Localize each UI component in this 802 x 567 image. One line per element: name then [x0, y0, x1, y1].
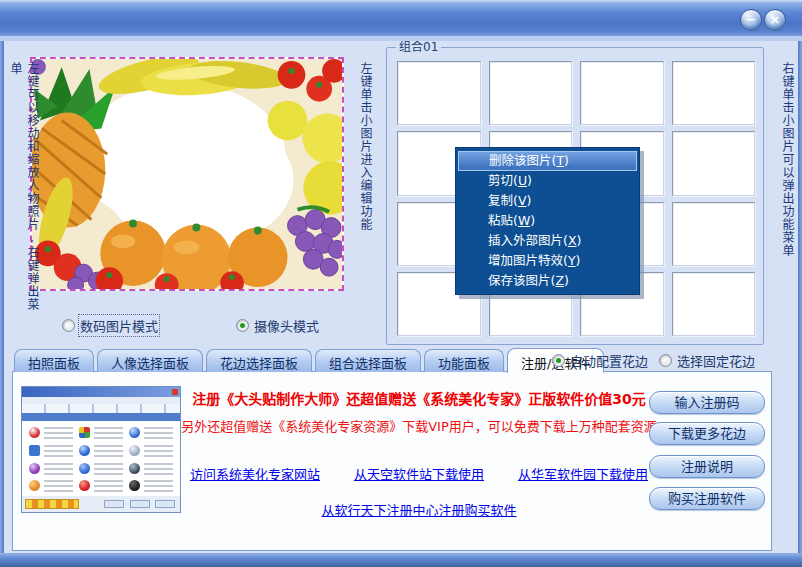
preview-button: [155, 500, 175, 508]
menu-item-insert-external-image[interactable]: 插入外部图片(X): [458, 231, 637, 251]
preview-icon-grid: [22, 421, 180, 496]
preview-ad-banner: [25, 499, 79, 509]
preview-menubar: [22, 397, 180, 404]
combo-cell[interactable]: [672, 202, 756, 266]
preview-button: [130, 500, 150, 508]
software-preview-thumbnail: [21, 386, 181, 513]
preview-icon: [77, 460, 125, 476]
camera-mode-label: 摄像头模式: [254, 316, 319, 335]
preview-button: [104, 500, 124, 508]
close-button[interactable]: ×: [764, 9, 786, 31]
enter-register-code-button[interactable]: 输入注册码: [649, 391, 765, 414]
camera-mode-radio[interactable]: 摄像头模式: [236, 316, 319, 335]
radio-selected-icon: [236, 319, 249, 332]
window-frame-left: [0, 36, 4, 567]
tab-photo-panel[interactable]: 拍照面板: [14, 349, 94, 372]
auto-border-label: 自动配置花边: [570, 351, 648, 370]
photo-hint-text: 左键可以移动和缩放人物照片,右键弹出菜单: [7, 62, 41, 314]
preview-footer: [22, 496, 180, 512]
link-register-purchase-center[interactable]: 从软行天下注册中心注册购买软件: [321, 503, 516, 518]
register-instructions-button[interactable]: 注册说明: [649, 455, 765, 478]
purchase-link-row: 从软行天下注册中心注册购买软件: [179, 500, 659, 519]
preview-banner: [22, 413, 180, 421]
radio-icon: [659, 354, 672, 367]
window-frame-right: [798, 36, 802, 567]
combo-cell[interactable]: [672, 131, 756, 195]
tab-combo-select-panel[interactable]: 组合选择面板: [315, 349, 421, 372]
radio-icon: [62, 319, 75, 332]
preview-icon: [27, 460, 75, 476]
context-menu: 删除该图片(T) 剪切(U) 复制(V) 粘贴(W) 插入外部图片(X) 增加图…: [455, 147, 640, 295]
link-download-skycn[interactable]: 从天空软件站下载使用: [354, 464, 484, 483]
auto-border-radio[interactable]: 自动配置花边: [552, 351, 648, 370]
combo-cell[interactable]: [580, 61, 664, 125]
download-more-borders-button[interactable]: 下载更多花边: [649, 422, 765, 445]
link-download-onlinedown[interactable]: 从华军软件园下载使用: [518, 464, 648, 483]
preview-icon: [127, 460, 175, 476]
preview-tabstrip: [22, 404, 180, 413]
preview-icon: [127, 477, 175, 493]
menu-item-save-image[interactable]: 保存该图片(Z): [458, 271, 637, 291]
preview-titlebar: [22, 387, 180, 397]
register-panel: 注册《大头贴制作大师》还超值赠送《系统美化专家》正版软件价值30元 另外还超值赠…: [12, 371, 772, 551]
combo-cell[interactable]: [489, 61, 573, 125]
radio-selected-icon: [552, 354, 565, 367]
app-window: 大头贴制作大师 未注册版本 − × 左键可以移动和缩放人物照片,右键弹出菜单 左…: [0, 0, 802, 567]
download-links-row: 访问系统美化专家网站 从天空软件站下载使用 从华军软件园下载使用: [179, 464, 659, 483]
minimize-button[interactable]: −: [740, 9, 762, 31]
preview-icon: [127, 424, 175, 440]
menu-item-cut[interactable]: 剪切(U): [458, 171, 637, 191]
preview-icon: [27, 442, 75, 458]
window-frame-bottom: [0, 553, 802, 567]
preview-icon: [77, 442, 125, 458]
photo-preview[interactable]: [30, 57, 344, 291]
buy-registered-software-button[interactable]: 购买注册软件: [649, 487, 765, 510]
tab-bar: 拍照面板 人像选择面板 花边选择面板 组合选择面板 功能面板 注册/送软件: [14, 349, 604, 372]
title-bar: [0, 0, 802, 36]
menu-item-add-image-effect[interactable]: 增加图片特效(Y): [458, 251, 637, 271]
preview-icon: [27, 477, 75, 493]
digital-photo-mode-radio[interactable]: 数码图片模式: [62, 316, 158, 335]
combo-groupbox-title: 组合01: [396, 40, 441, 54]
promo-subline: 另外还超值赠送《系统美化专家资源》下载VIP用户，可以免费下载上万种配套资源: [179, 416, 659, 435]
menu-item-copy[interactable]: 复制(V): [458, 191, 637, 211]
preview-icon: [127, 442, 175, 458]
menu-item-delete-image[interactable]: 删除该图片(T): [458, 151, 637, 171]
preview-icon: [77, 477, 125, 493]
combo-cell[interactable]: [672, 272, 756, 336]
tab-portrait-select-panel[interactable]: 人像选择面板: [97, 349, 203, 372]
grid-right-hint-text: 右键单击小图片可以弹出功能菜单: [779, 62, 796, 294]
digital-photo-mode-label: 数码图片模式: [80, 316, 158, 335]
link-visit-beautify-expert-site[interactable]: 访问系统美化专家网站: [190, 464, 320, 483]
preview-icon: [27, 424, 75, 440]
preview-icon: [77, 424, 125, 440]
promo-headline: 注册《大头贴制作大师》还超值赠送《系统美化专家》正版软件价值30元: [179, 388, 659, 408]
fruit-border-image: [32, 59, 342, 289]
tab-function-panel[interactable]: 功能面板: [424, 349, 504, 372]
title-bar-glow: [0, 36, 802, 41]
minimize-icon: −: [746, 12, 757, 27]
fixed-border-radio[interactable]: 选择固定花边: [659, 351, 755, 370]
combo-cell[interactable]: [397, 61, 481, 125]
combo-cell[interactable]: [672, 61, 756, 125]
tab-border-select-panel[interactable]: 花边选择面板: [206, 349, 312, 372]
menu-item-paste[interactable]: 粘贴(W): [458, 211, 637, 231]
close-icon: ×: [770, 12, 781, 27]
grid-left-hint-text: 左键单击小图片进入编辑功能: [357, 62, 374, 277]
fixed-border-label: 选择固定花边: [677, 351, 755, 370]
